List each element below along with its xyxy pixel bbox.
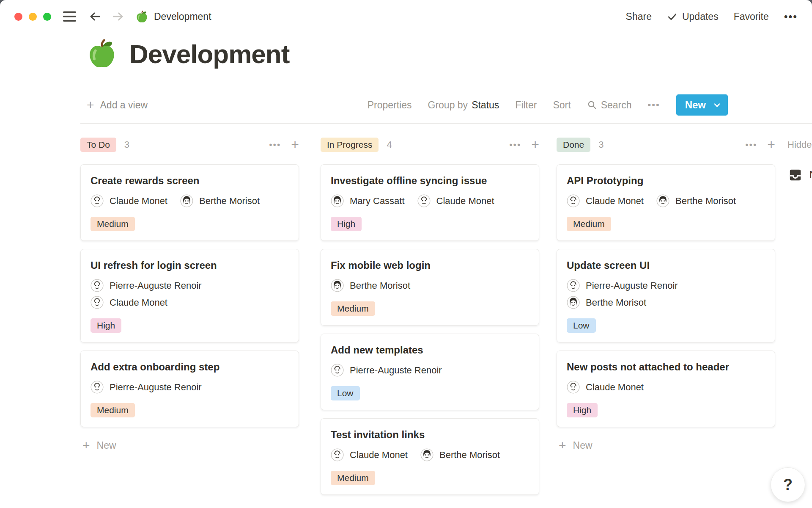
search-label: Search <box>601 99 632 111</box>
priority-tag: High <box>331 217 362 231</box>
column-in-progress: In Progress 4 ••• + Investigate offline … <box>321 135 539 503</box>
card-title: UI refresh for login screen <box>91 260 289 271</box>
sort-button[interactable]: Sort <box>553 99 571 111</box>
column-more-icon[interactable]: ••• <box>745 140 757 150</box>
page-apple-icon-large[interactable] <box>86 38 118 69</box>
app-window: Development Share Updates Favorite ••• D… <box>0 0 812 508</box>
hidden-group[interactable]: N <box>787 167 812 183</box>
plus-icon: + <box>87 99 94 111</box>
help-button[interactable]: ? <box>771 467 805 502</box>
card-title: Investigate offline syncing issue <box>331 175 529 187</box>
updates-label: Updates <box>682 11 719 22</box>
chevron-down-icon[interactable] <box>713 101 721 109</box>
toolbar-more-icon[interactable]: ••• <box>648 99 660 110</box>
inbox-tray-icon <box>787 167 803 183</box>
priority-tag: Medium <box>91 403 135 417</box>
new-button-label: New <box>685 99 706 111</box>
column-more-icon[interactable]: ••• <box>509 140 521 150</box>
status-pill-done[interactable]: Done <box>557 138 590 152</box>
more-options-icon[interactable]: ••• <box>784 11 798 23</box>
assignee: Berthe Morisot <box>180 194 260 207</box>
column-count: 3 <box>598 139 604 150</box>
kanban-card[interactable]: Fix mobile web login Berthe Morisot Medi… <box>321 249 539 326</box>
assignee-name: Claude Monet <box>436 196 494 207</box>
priority-tag: Medium <box>331 471 375 485</box>
card-title: Test invitation links <box>331 429 529 441</box>
group-by-label: Group by <box>428 99 468 111</box>
assignee: Mary Cassatt <box>331 194 405 207</box>
kanban-card[interactable]: UI refresh for login screen Pierre-Augus… <box>80 249 299 342</box>
priority-tag: High <box>567 403 598 417</box>
assignee: Claude Monet <box>567 194 644 207</box>
column-header: To Do 3 ••• + <box>80 135 299 155</box>
add-view-button[interactable]: + Add a view <box>87 99 148 111</box>
close-window-button[interactable] <box>14 13 22 21</box>
filter-button[interactable]: Filter <box>515 99 537 111</box>
kanban-card[interactable]: API Prototyping Claude Monet Berthe Mori… <box>557 164 775 241</box>
kanban-card[interactable]: Add new templates Pierre-Auguste Renoir … <box>321 334 539 410</box>
view-toolbar: + Add a view Properties Group by Status … <box>87 94 728 116</box>
share-button[interactable]: Share <box>626 11 652 22</box>
status-pill-todo[interactable]: To Do <box>80 138 116 152</box>
new-card-button[interactable]: + New <box>80 439 299 452</box>
kanban-card[interactable]: Create rewards screen Claude Monet Berth… <box>80 164 299 241</box>
assignee-name: Berthe Morisot <box>675 196 736 207</box>
column-add-icon[interactable]: + <box>531 139 539 150</box>
status-pill-in-progress[interactable]: In Progress <box>321 138 379 152</box>
card-title: Fix mobile web login <box>331 260 529 271</box>
man-portrait-avatar <box>567 194 580 207</box>
group-by-button[interactable]: Group by Status <box>428 99 499 111</box>
plus-icon: + <box>82 439 90 452</box>
priority-tag: Medium <box>567 217 611 231</box>
search-icon <box>587 100 597 110</box>
card-title: Add new templates <box>331 344 529 356</box>
kanban-card[interactable]: New posts not attached to header Claude … <box>557 351 775 427</box>
priority-tag: Medium <box>91 217 135 231</box>
assignee: Pierre-Auguste Renoir <box>567 279 678 292</box>
properties-button[interactable]: Properties <box>368 99 412 111</box>
man-portrait-avatar <box>91 381 104 394</box>
assignee-name: Berthe Morisot <box>586 297 646 308</box>
priority-tag: Low <box>331 386 360 400</box>
search-button[interactable]: Search <box>587 99 632 111</box>
page-title: Development <box>129 39 289 69</box>
new-button[interactable]: New <box>676 94 728 116</box>
hidden-columns-label[interactable]: Hidden <box>787 135 812 150</box>
back-arrow-icon[interactable] <box>89 11 102 22</box>
man-portrait-avatar <box>331 448 344 461</box>
kanban-card[interactable]: Investigate offline syncing issue Mary C… <box>321 164 539 241</box>
assignee: Pierre-Auguste Renoir <box>331 364 442 377</box>
breadcrumb-title: Development <box>154 11 211 22</box>
page-header: Development <box>86 38 289 69</box>
man-portrait-avatar <box>417 194 431 207</box>
assignee-name: Pierre-Auguste Renoir <box>350 365 442 376</box>
forward-arrow-icon[interactable] <box>112 11 124 22</box>
zoom-window-button[interactable] <box>43 13 51 21</box>
card-title: Add extra onboarding step <box>91 361 289 373</box>
favorite-button[interactable]: Favorite <box>734 11 769 22</box>
column-more-icon[interactable]: ••• <box>269 140 281 150</box>
kanban-card[interactable]: Add extra onboarding step Pierre-Auguste… <box>80 351 299 427</box>
toolbar-divider <box>80 123 812 124</box>
updates-button[interactable]: Updates <box>667 11 719 22</box>
kanban-card[interactable]: Test invitation links Claude Monet Berth… <box>321 418 539 495</box>
assignee-name: Pierre-Auguste Renoir <box>110 382 202 393</box>
woman-portrait-avatar <box>331 194 344 207</box>
column-add-icon[interactable]: + <box>291 139 299 150</box>
priority-tag: Low <box>567 318 596 333</box>
woman-portrait-avatar <box>656 194 669 207</box>
sidebar-menu-icon[interactable] <box>63 11 76 22</box>
kanban-card[interactable]: Update screen UI Pierre-Auguste Renoir B… <box>557 249 775 342</box>
assignee: Berthe Morisot <box>331 279 410 292</box>
assignee: Claude Monet <box>331 448 408 461</box>
new-card-button[interactable]: + New <box>557 439 775 452</box>
man-portrait-avatar <box>91 296 104 309</box>
assignee-name: Pierre-Auguste Renoir <box>110 280 202 291</box>
assignee: Berthe Morisot <box>420 448 500 461</box>
man-portrait-avatar <box>331 364 344 377</box>
assignee-name: Claude Monet <box>586 382 644 393</box>
minimize-window-button[interactable] <box>29 13 37 21</box>
breadcrumb[interactable]: Development <box>135 10 211 23</box>
column-to-do: To Do 3 ••• + Create rewards screen Clau… <box>80 135 299 452</box>
column-add-icon[interactable]: + <box>767 139 775 150</box>
